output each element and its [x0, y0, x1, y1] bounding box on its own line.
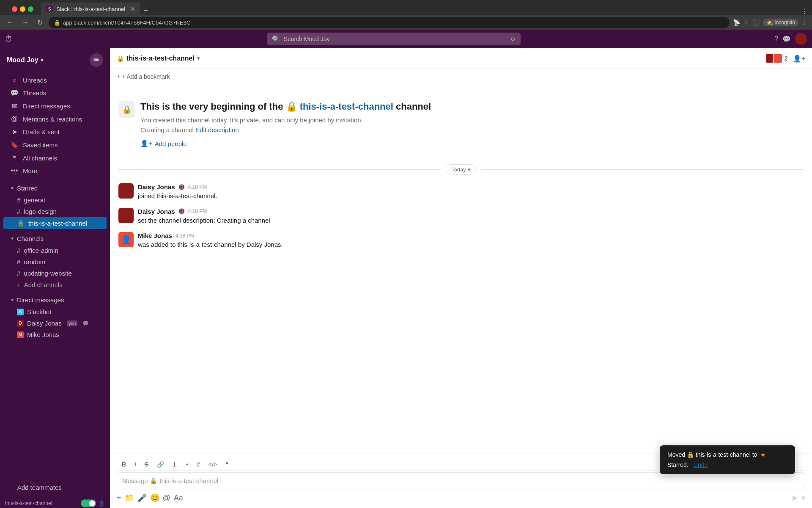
dm-slackbot[interactable]: S Slackbot: [3, 306, 107, 318]
sidebar-item-direct-messages[interactable]: ✉ Direct messages: [3, 99, 107, 113]
history-button[interactable]: ⏱: [5, 35, 13, 44]
threads-icon: 💬: [10, 89, 19, 97]
toggle-switch[interactable]: [81, 500, 96, 507]
msg-dnd-icon-1: 📵: [178, 184, 185, 190]
mention-button[interactable]: @: [163, 494, 170, 502]
channel-this-is-a-test-channel[interactable]: 🔒 this-is-a-test-channel: [3, 217, 107, 229]
compose-button[interactable]: ✏: [90, 53, 103, 67]
sidebar-item-drafts[interactable]: ➤ Drafts & sent: [3, 125, 107, 138]
send-button[interactable]: ➤: [791, 493, 798, 503]
channel-name[interactable]: 🔒 this-is-a-test-channel ▾: [117, 55, 200, 62]
search-bar[interactable]: 🔍 Search Mood Joy ⚙: [267, 33, 521, 45]
channel-general[interactable]: # general: [3, 194, 107, 206]
emoji-button[interactable]: 😊: [150, 493, 159, 502]
channel-logo-design[interactable]: # logo-design: [3, 206, 107, 217]
add-bookmark-button[interactable]: + + Add a bookmark: [117, 73, 170, 80]
toggle-icon: 👤: [99, 500, 105, 506]
channel-office-admin[interactable]: # office-admin: [3, 245, 107, 256]
numbered-button[interactable]: #: [195, 460, 202, 469]
divider-line-left: [118, 169, 441, 170]
window-close[interactable]: [12, 6, 17, 12]
channel-dropdown-icon[interactable]: ▾: [197, 55, 200, 61]
sidebar-item-more[interactable]: ••• More: [3, 164, 107, 177]
starred-collapse-icon: ▼: [10, 186, 14, 190]
starred-section-header[interactable]: ▼ Starred: [3, 182, 107, 194]
msg-dnd-icon-2: 📵: [178, 208, 185, 214]
browser-menu-button[interactable]: ⋮: [801, 7, 808, 15]
channel-random[interactable]: # random: [3, 256, 107, 268]
help-button[interactable]: ?: [774, 35, 778, 43]
direct-messages-icon: ✉: [10, 102, 19, 110]
sidebar-navigation: ○ Unreads 💬 Threads ✉ Direct messages @ …: [0, 72, 110, 179]
sidebar-item-unreads[interactable]: ○ Unreads: [3, 74, 107, 86]
dm-mike[interactable]: M Mike Jonas: [3, 329, 107, 340]
block-button[interactable]: ❝: [224, 460, 230, 469]
cast-button[interactable]: 📡: [733, 19, 740, 26]
member-count-area[interactable]: 2: [765, 53, 788, 64]
new-tab-button[interactable]: +: [140, 6, 152, 15]
attachment-button[interactable]: 📁: [125, 493, 134, 502]
browser-extensions-button[interactable]: ⬛: [752, 19, 760, 26]
window-maximize[interactable]: [28, 6, 33, 12]
forward-button[interactable]: →: [19, 18, 31, 27]
link-button[interactable]: 🔗: [155, 460, 166, 469]
strikethrough-button[interactable]: S: [143, 460, 150, 469]
user-avatar-header[interactable]: [795, 33, 807, 45]
add-teammates-button[interactable]: + Add teammates: [7, 481, 103, 494]
messages-area[interactable]: 🔒 This is the very beginning of the 🔒 th…: [110, 84, 812, 453]
intro-lock-icon: 🔒: [118, 101, 135, 118]
channel-updating-website[interactable]: # updating-website: [3, 268, 107, 279]
add-channels-button[interactable]: + Add channels: [3, 279, 107, 290]
date-badge[interactable]: Today ▾: [446, 164, 476, 175]
toast-notification: Moved 🔒 this-is-a-test-channel to ★ Star…: [660, 445, 795, 474]
dm-daisy[interactable]: D Daisy Jonas you 💬: [3, 318, 107, 329]
channels-collapse-icon: ▼: [10, 236, 14, 241]
workspace-header: Mood Joy ▼ ✏: [0, 48, 110, 72]
member-count: 2: [785, 55, 788, 62]
channels-section-header[interactable]: ▼ Channels: [3, 232, 107, 245]
sidebar-item-threads[interactable]: 💬 Threads: [3, 86, 107, 99]
activity-button[interactable]: 💬: [782, 35, 791, 43]
msg-time-2: 4:18 PM: [188, 208, 207, 214]
lock-icon: 🔒: [117, 55, 124, 62]
tab-close-button[interactable]: ✕: [130, 6, 135, 12]
add-member-button[interactable]: 👤+: [793, 55, 805, 63]
date-dropdown-icon: ▾: [468, 166, 471, 173]
message-row: Daisy Jonas 📵 4:18 PM joined this-is-a-t…: [118, 183, 804, 201]
unordered-list-button[interactable]: •: [184, 460, 190, 469]
sidebar-item-mentions[interactable]: @ Mentions & reactions: [3, 113, 107, 125]
status-toggle[interactable]: 👤: [81, 500, 105, 507]
intro-title: This is the very beginning of the 🔒 this…: [140, 101, 804, 112]
sidebar-item-saved[interactable]: 🔖 Saved items: [3, 138, 107, 152]
bookmark-star-button[interactable]: ☆: [743, 19, 749, 26]
browser-overflow-button[interactable]: ⋮: [802, 19, 808, 26]
daisy-avatar: D: [17, 320, 24, 327]
dm-section-header[interactable]: ▼ Direct messages: [3, 294, 107, 306]
microphone-button[interactable]: 🎤: [137, 493, 147, 502]
channel-link[interactable]: this-is-a-test-channel: [300, 101, 393, 112]
msg-author-1[interactable]: Daisy Jonas: [138, 183, 175, 190]
msg-author-2[interactable]: Daisy Jonas: [138, 208, 175, 215]
toast-undo-button[interactable]: Undo: [694, 461, 708, 468]
code-button[interactable]: </>: [207, 460, 219, 469]
message-input[interactable]: Message 🔒 this-is-a-test-channel: [117, 472, 805, 489]
msg-text-2: set the channel description: Creating a …: [138, 216, 804, 226]
msg-author-3[interactable]: Mike Jonas: [138, 232, 172, 239]
add-button[interactable]: +: [117, 494, 121, 502]
workspace-name[interactable]: Mood Joy ▼: [7, 56, 44, 64]
edit-description-link[interactable]: Edit description: [195, 126, 239, 133]
sidebar: Mood Joy ▼ ✏ ○ Unreads 💬 Threads ✉ Direc…: [0, 48, 110, 508]
active-tab[interactable]: S Slack | this-is-a-test-channel ✕: [41, 3, 140, 15]
back-button[interactable]: ←: [4, 18, 16, 27]
bold-button[interactable]: B: [120, 460, 128, 469]
send-options-button[interactable]: ▾: [801, 493, 805, 502]
add-people-button[interactable]: 👤+ Add people: [140, 140, 804, 147]
italic-button[interactable]: I: [133, 460, 138, 469]
address-bar[interactable]: 🔒 app.slack.com/client/T04A4T58F4H/C04A0…: [49, 17, 730, 28]
sidebar-item-all-channels[interactable]: ≡ All channels: [3, 152, 107, 164]
ordered-list-button[interactable]: 1.: [171, 460, 179, 469]
refresh-button[interactable]: ↻: [35, 18, 45, 28]
window-minimize[interactable]: [20, 6, 25, 12]
toast-star-icon: ★: [760, 451, 766, 458]
format-button[interactable]: Aa: [174, 494, 183, 502]
